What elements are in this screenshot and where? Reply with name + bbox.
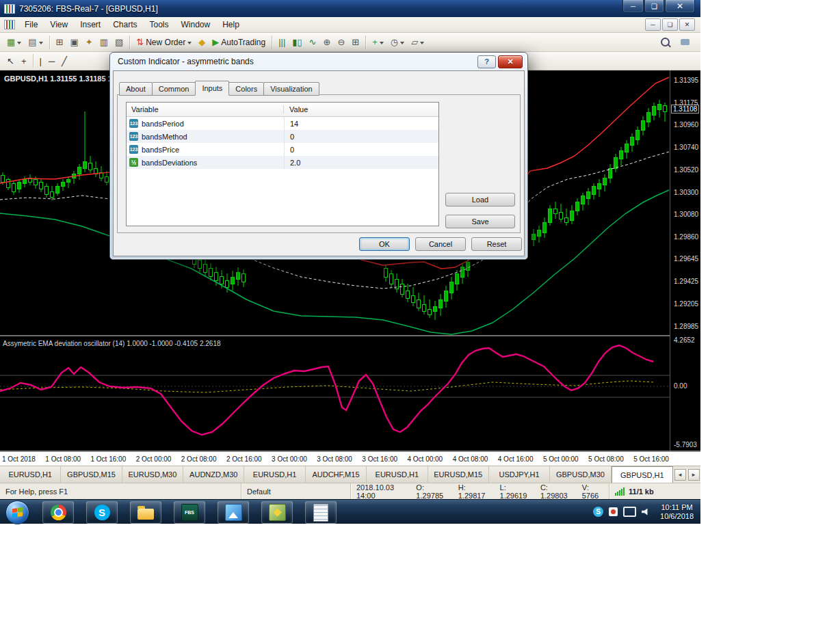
chart-tab-eurusd-h1[interactable]: EURUSD,H1: [367, 466, 428, 483]
parameter-type-icon: 123: [129, 132, 138, 141]
parameter-value[interactable]: 0: [284, 143, 438, 156]
new-order-button[interactable]: ⇅New Order: [133, 35, 195, 50]
status-profile[interactable]: Default: [241, 483, 350, 499]
restore-button[interactable]: [644, 0, 664, 13]
menu-window[interactable]: Window: [175, 18, 217, 31]
autotrading-button[interactable]: ▶AutoTrading: [209, 35, 269, 50]
chart-tab-usdjpy-h1[interactable]: USDJPY,H1: [489, 466, 550, 483]
crosshair-button[interactable]: +: [18, 53, 30, 68]
chart-candles-button[interactable]: ▮▯: [289, 35, 305, 50]
menu-insert[interactable]: Insert: [74, 18, 107, 31]
crosshair-icon: +: [21, 57, 27, 66]
time-axis[interactable]: 1 Oct 20181 Oct 08:001 Oct 16:002 Oct 00…: [0, 451, 700, 466]
chart-tab-gbpusd-m15[interactable]: GBPUSD,M15: [61, 466, 122, 483]
community-chat-icon-button[interactable]: [677, 34, 693, 51]
new-chart-button[interactable]: ▦: [3, 35, 25, 50]
taskbar-skype-button[interactable]: [86, 501, 118, 524]
parameter-row[interactable]: 123bandsMethod0: [127, 130, 438, 143]
taskbar-explorer-button[interactable]: [130, 501, 161, 524]
dialog-title-bar[interactable]: Custom Indicator - asymmetric bands: [110, 53, 527, 70]
metaeditor-button[interactable]: ◆: [195, 35, 209, 50]
menu-view[interactable]: View: [44, 18, 74, 31]
market-watch-button[interactable]: ⊞: [53, 35, 67, 50]
zoom-out-button[interactable]: ⊖: [334, 35, 348, 50]
menu-file[interactable]: File: [18, 18, 44, 31]
taskbar-photos-button[interactable]: [218, 501, 249, 524]
parameter-row[interactable]: ½bandsDeviations2.0: [127, 156, 438, 169]
load-button[interactable]: Load: [445, 193, 515, 206]
tile-windows-button[interactable]: ⊞: [348, 35, 363, 50]
parameter-row[interactable]: 123bandsPrice0: [127, 143, 438, 156]
tab-scroll-left-button[interactable]: [674, 469, 686, 481]
tray-volume-icon[interactable]: [642, 508, 651, 516]
reset-button[interactable]: Reset: [471, 237, 522, 251]
menu-charts[interactable]: Charts: [107, 18, 143, 31]
menu-tools[interactable]: Tools: [144, 18, 175, 31]
parameter-value[interactable]: 2.0: [284, 156, 438, 169]
taskbar-chrome-button[interactable]: [42, 501, 74, 524]
chart-candles-icon: ▮▯: [292, 38, 302, 46]
terminal-button[interactable]: ▥: [96, 35, 111, 50]
time-label: 2 Oct 00:00: [136, 455, 172, 463]
search-icon-button[interactable]: [657, 34, 673, 51]
tab-scroll-right-button[interactable]: [688, 469, 700, 481]
tray-display-icon[interactable]: [623, 507, 636, 517]
data-window-button[interactable]: ▣: [67, 35, 82, 50]
chart-line-button[interactable]: ∿: [306, 35, 320, 50]
chart-tab-gbpusd-h1[interactable]: GBPUSD,H1: [612, 466, 673, 483]
profiles-button[interactable]: ▤: [25, 35, 46, 50]
zoom-in-icon: ⊕: [324, 38, 331, 46]
time-label: 4 Oct 00:00: [407, 455, 443, 463]
dialog-tab-inputs[interactable]: Inputs: [195, 81, 229, 96]
vertical-line-button[interactable]: |: [36, 53, 45, 68]
indicators-button[interactable]: +: [369, 35, 387, 50]
taskbar-gallery-button[interactable]: [261, 501, 293, 524]
templates-button[interactable]: ▱: [408, 35, 428, 50]
close-button[interactable]: [665, 0, 695, 13]
mdi-restore-button[interactable]: [662, 18, 678, 31]
time-label: 5 Oct 16:00: [633, 455, 669, 463]
market-watch-icon: ⊞: [56, 38, 64, 46]
cancel-button[interactable]: Cancel: [415, 237, 466, 251]
chart-tab-audchf-m15[interactable]: AUDCHF,M15: [306, 466, 367, 483]
mdi-close-button[interactable]: [679, 18, 695, 31]
chart-tab-gbpusd-m30[interactable]: GBPUSD,M30: [550, 466, 611, 483]
dialog-close-button[interactable]: [498, 55, 523, 68]
parameter-value[interactable]: 14: [284, 117, 438, 130]
dialog-tab-about[interactable]: About: [119, 82, 153, 96]
price-scale[interactable]: 1.31108 1.313951.311751.309601.307401.30…: [670, 70, 700, 451]
strategy-tester-button[interactable]: ▧: [111, 35, 127, 50]
chart-tab-audnzd-m30[interactable]: AUDNZD,M30: [183, 466, 244, 483]
trendline-button[interactable]: ╱: [58, 53, 70, 68]
indicator-panel[interactable]: Assymetric EMA deviation oscillator (14)…: [0, 336, 670, 450]
cursor-button[interactable]: ↖: [3, 53, 18, 68]
save-button[interactable]: Save: [445, 215, 515, 228]
dialog-tab-visualization[interactable]: Visualization: [263, 82, 319, 96]
taskbar-clock[interactable]: 10:11 PM 10/6/2018: [656, 503, 698, 520]
chart-tab-eurusd-m30[interactable]: EURUSD,M30: [122, 466, 183, 483]
zoom-in-button[interactable]: ⊕: [320, 35, 334, 50]
periods-button[interactable]: ◷: [387, 35, 408, 50]
chart-tab-eurusd-m15[interactable]: EURUSD,M15: [428, 466, 489, 483]
taskbar-fbs-button[interactable]: [174, 501, 205, 524]
start-button[interactable]: [5, 500, 29, 524]
chart-tab-eurusd-h1[interactable]: EURUSD,H1: [0, 466, 61, 483]
parameter-row[interactable]: 123bandsPeriod14: [127, 117, 438, 130]
tray-alert-icon[interactable]: [609, 507, 618, 516]
parameter-value[interactable]: 0: [284, 130, 438, 143]
status-bar: For Help, press F1 Default 2018.10.03 14…: [0, 483, 700, 499]
dialog-tab-colors[interactable]: Colors: [228, 82, 264, 96]
chart-tab-eurusd-h1[interactable]: EURUSD,H1: [244, 466, 305, 483]
tray-skype-icon[interactable]: [593, 507, 603, 517]
taskbar-notes-button[interactable]: [305, 501, 337, 524]
chart-bars-button[interactable]: |||: [275, 35, 289, 50]
dialog-tab-common[interactable]: Common: [152, 82, 196, 96]
ok-button[interactable]: OK: [359, 237, 410, 251]
navigator-button[interactable]: ✦: [82, 35, 96, 50]
menu-help[interactable]: Help: [216, 18, 246, 31]
horizontal-line-button[interactable]: ─: [45, 53, 58, 68]
new-chart-icon: ▦: [7, 38, 15, 46]
minimize-button[interactable]: [622, 0, 644, 13]
mdi-minimize-button[interactable]: [645, 18, 661, 31]
dialog-help-button[interactable]: [477, 55, 496, 68]
